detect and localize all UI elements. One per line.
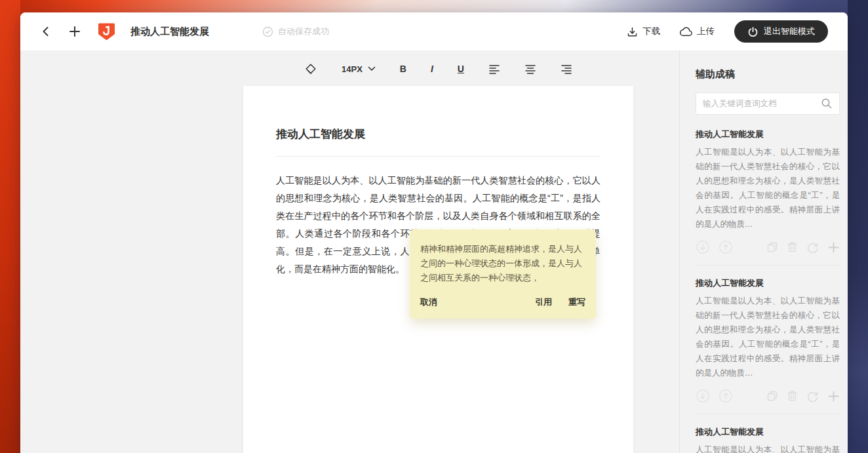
trash-icon xyxy=(787,390,798,402)
suggestion-card: 推动人工智能发展 人工智能是以人为本、以人工智能为基础的新一代人类智慧社会的核心… xyxy=(696,128,840,266)
circle-arrow-up-icon xyxy=(719,389,733,403)
sidebar-title: 辅助成稿 xyxy=(696,68,840,81)
suggestion-text: 精神和精神层面的高超精神追求，是人与人之间的一种心理状态的一体形成，是人与人之间… xyxy=(420,242,585,285)
cloud-icon xyxy=(680,27,692,37)
align-right-button[interactable] xyxy=(561,64,572,74)
upload-button[interactable]: 上传 xyxy=(680,26,715,37)
editor-area: 14PX B I U xyxy=(20,50,848,453)
card-body: 人工智能是以人为本、以人工智能为基础的新一代人类智慧社会的核心，它以人的思想和理… xyxy=(696,443,840,453)
topbar-left: 推动人工智能发展 自动保存成功 xyxy=(40,22,329,41)
align-right-icon xyxy=(561,64,572,74)
card-divider xyxy=(696,265,840,266)
exit-smart-mode-button[interactable]: 退出智能模式 xyxy=(734,20,828,43)
delete-button[interactable] xyxy=(787,390,798,402)
plus-icon xyxy=(68,25,81,38)
document-title: 推动人工智能发展 xyxy=(130,26,209,38)
title-divider xyxy=(276,156,601,157)
move-down-button[interactable] xyxy=(696,240,710,254)
search-icon[interactable] xyxy=(821,98,833,109)
circle-arrow-up-icon xyxy=(719,240,733,254)
refresh-button[interactable] xyxy=(806,241,819,254)
delete-button[interactable] xyxy=(787,241,798,253)
power-icon xyxy=(747,26,759,37)
formatting-toolbar: 14PX B I U xyxy=(243,58,633,80)
check-circle-icon xyxy=(262,26,273,37)
chevron-down-icon xyxy=(368,66,376,71)
topbar: 推动人工智能发展 自动保存成功 下载 上传 xyxy=(20,12,848,50)
upload-label: 上传 xyxy=(697,26,715,37)
download-icon xyxy=(627,26,638,37)
autosave-status: 自动保存成功 xyxy=(262,26,329,37)
assist-sidebar: 辅助成稿 推动人工智能发展 人工智能是以人为本、以人工智能为基础的新一代人类智慧… xyxy=(679,50,848,453)
font-size-value: 14PX xyxy=(342,64,363,74)
card-actions xyxy=(696,240,840,254)
quote-button[interactable]: 引用 xyxy=(535,296,552,308)
back-button[interactable] xyxy=(40,26,52,37)
download-button[interactable]: 下载 xyxy=(627,26,660,37)
new-document-button[interactable] xyxy=(68,25,81,38)
ai-suggestion-popup: 精神和精神层面的高超精神追求，是人与人之间的一种心理状态的一体形成，是人与人之间… xyxy=(410,229,596,319)
refresh-icon xyxy=(806,390,819,403)
card-title: 推动人工智能发展 xyxy=(696,128,840,140)
plus-icon xyxy=(827,390,840,403)
page-title[interactable]: 推动人工智能发展 xyxy=(276,127,601,142)
eraser-icon xyxy=(304,62,317,75)
add-button[interactable] xyxy=(827,390,840,403)
copy-button[interactable] xyxy=(766,241,778,253)
align-left-button[interactable] xyxy=(488,64,500,74)
card-divider xyxy=(696,414,840,414)
italic-button[interactable]: I xyxy=(431,64,433,74)
move-down-button[interactable] xyxy=(696,389,710,403)
refresh-button[interactable] xyxy=(806,390,819,403)
add-button[interactable] xyxy=(827,241,840,254)
card-body: 人工智能是以人为本、以人工智能为基础的新一代人类智慧社会的核心，它以人的思想和理… xyxy=(696,294,840,380)
underline-button[interactable]: U xyxy=(458,64,464,74)
topbar-right: 下载 上传 退出智能模式 xyxy=(627,20,828,43)
align-center-icon xyxy=(524,64,536,74)
circle-arrow-down-icon xyxy=(696,389,710,403)
search-box xyxy=(696,92,840,115)
chevron-left-icon xyxy=(40,26,52,37)
clear-format-button[interactable] xyxy=(304,62,317,75)
exit-smart-mode-label: 退出智能模式 xyxy=(764,26,815,37)
card-title: 推动人工智能发展 xyxy=(696,277,840,289)
suggestion-card: 推动人工智能发展 人工智能是以人为本、以人工智能为基础的新一代人类智慧社会的核心… xyxy=(696,426,840,453)
autosave-label: 自动保存成功 xyxy=(278,26,329,37)
align-center-button[interactable] xyxy=(524,64,536,74)
bold-button[interactable]: B xyxy=(400,64,406,74)
card-title: 推动人工智能发展 xyxy=(696,426,840,438)
circle-arrow-down-icon xyxy=(696,240,710,254)
trash-icon xyxy=(787,241,798,253)
app-logo-shield-icon xyxy=(98,22,115,41)
document-page: 推动人工智能发展 人工智能是以人为本、以人工智能为基础的新一代人类智慧社会的核心… xyxy=(243,86,633,453)
align-left-icon xyxy=(488,64,500,74)
card-body: 人工智能是以人为本、以人工智能为基础的新一代人类智慧社会的核心，它以人的思想和理… xyxy=(696,145,840,231)
cancel-button[interactable]: 取消 xyxy=(420,296,437,308)
copy-icon xyxy=(766,241,778,253)
card-actions xyxy=(696,389,840,403)
font-size-dropdown[interactable]: 14PX xyxy=(342,64,376,74)
popup-actions: 取消 引用 重写 xyxy=(420,296,585,308)
plus-icon xyxy=(827,241,840,254)
copy-button[interactable] xyxy=(766,390,778,402)
refresh-icon xyxy=(806,241,819,254)
app-window: 推动人工智能发展 自动保存成功 下载 上传 xyxy=(20,12,848,453)
move-up-button[interactable] xyxy=(719,389,733,403)
move-up-button[interactable] xyxy=(719,240,733,254)
search-input[interactable] xyxy=(703,99,821,108)
copy-icon xyxy=(766,390,778,402)
download-label: 下载 xyxy=(642,26,660,37)
suggestion-card: 推动人工智能发展 人工智能是以人为本、以人工智能为基础的新一代人类智慧社会的核心… xyxy=(696,277,840,414)
rewrite-button[interactable]: 重写 xyxy=(568,296,585,308)
